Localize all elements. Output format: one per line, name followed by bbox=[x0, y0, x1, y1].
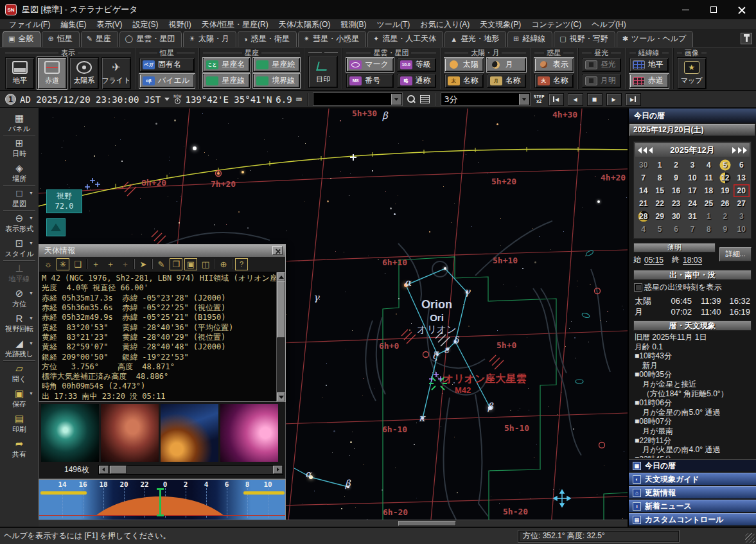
moonlight-button[interactable]: 月明 bbox=[582, 74, 621, 88]
multi-window-icon[interactable]: ❐ bbox=[170, 258, 182, 270]
resize-grip[interactable] bbox=[745, 533, 755, 543]
sidebar-item-save[interactable]: ▣▼保存 bbox=[0, 386, 39, 411]
nebula-thumbnail-4[interactable] bbox=[220, 404, 278, 462]
sidebar-item-share[interactable]: ➦共有 bbox=[0, 436, 39, 461]
info-window-titlebar[interactable]: 天体情報 bbox=[39, 245, 285, 257]
twilight-end-time[interactable]: 18:03 bbox=[683, 256, 702, 265]
panel-tab-news[interactable]: i新着ニュース bbox=[629, 500, 756, 512]
nebula-common-name-button[interactable]: 略通称 bbox=[397, 74, 436, 88]
calendar-day[interactable]: 30 bbox=[635, 159, 651, 171]
scroll-thumb[interactable] bbox=[277, 281, 285, 338]
prev-year-button[interactable] bbox=[638, 147, 647, 154]
panel-tab-custom-control[interactable]: ▤カスタムコントロール bbox=[629, 513, 756, 525]
photometry-icon[interactable]: ☼ bbox=[42, 258, 55, 270]
separator[interactable] bbox=[86, 259, 87, 269]
calendar-day[interactable]: 14 bbox=[635, 184, 651, 197]
menu-item[interactable]: 設定(S) bbox=[127, 19, 163, 30]
split-panel-icon[interactable]: ◫ bbox=[199, 258, 212, 270]
moon-name-button[interactable]: 月名称 bbox=[487, 74, 526, 88]
menu-item[interactable]: 表示(V) bbox=[91, 19, 127, 30]
tab-sun-moon[interactable]: ☀太陽・月 bbox=[183, 31, 236, 47]
edit-icon[interactable]: ✎ bbox=[155, 258, 168, 270]
search-dropdown-button[interactable] bbox=[391, 94, 401, 105]
time-step-dropdown-button[interactable] bbox=[519, 94, 529, 105]
constellation-names-button[interactable]: こと星座名 bbox=[203, 58, 250, 72]
horizontal-grid-button[interactable]: 地平 bbox=[629, 58, 669, 72]
altitude-timeline[interactable]: 14161820220246810 bbox=[39, 479, 286, 520]
landmark-button[interactable]: 目印 bbox=[308, 56, 338, 88]
coordinates-display[interactable]: 139°42'E 35°41'N bbox=[186, 94, 272, 105]
datetime-display[interactable]: AD 2025/12/20 23:30:00 JST bbox=[20, 94, 161, 105]
calendar-day[interactable]: 19 bbox=[717, 184, 733, 197]
sidebar-item-light-trails[interactable]: ◢▼光跡残し bbox=[0, 336, 39, 361]
panel-tab-phenomena-guide[interactable]: ◐天文現象ガイド bbox=[629, 473, 756, 485]
sidebar-item-direction[interactable]: ⊘▼方位 bbox=[0, 286, 39, 311]
current-date-bar[interactable]: 2025年12月20日(土) bbox=[629, 124, 755, 136]
menu-item[interactable]: 天文現象(P) bbox=[475, 19, 526, 30]
pin-button[interactable] bbox=[741, 33, 752, 44]
fov-indicator[interactable]: 視野72.0 bbox=[46, 189, 82, 213]
help-icon[interactable]: ? bbox=[235, 258, 248, 270]
calendar-day[interactable]: 4 bbox=[701, 159, 717, 171]
tab-tools-help[interactable]: ✱ツール・ヘルプ bbox=[617, 31, 694, 47]
scroll-thumb[interactable] bbox=[398, 521, 456, 526]
play-forward-button[interactable]: ▶ bbox=[606, 93, 622, 106]
calendar-day[interactable]: 8 bbox=[701, 223, 717, 236]
calendar-day[interactable]: 9 bbox=[668, 171, 684, 184]
panel-tab-update-info[interactable]: ⌂更新情報 bbox=[629, 486, 756, 498]
calendar-day[interactable]: 7 bbox=[635, 171, 651, 184]
detail-button[interactable]: 詳細... bbox=[719, 247, 752, 261]
keyboard-icon[interactable]: ⌨ bbox=[296, 94, 302, 105]
next-month-button[interactable] bbox=[732, 147, 736, 154]
separator[interactable] bbox=[232, 259, 233, 269]
tab-comets-asteroids[interactable]: ✴彗星・小惑星 bbox=[298, 31, 366, 47]
constellation-art-button[interactable]: 星座絵 bbox=[253, 58, 300, 72]
calendar-day[interactable]: 30 bbox=[668, 210, 684, 223]
scroll-down-button[interactable] bbox=[277, 392, 285, 401]
object-list-icon[interactable] bbox=[420, 95, 430, 103]
calendar-day[interactable]: 21 bbox=[635, 197, 651, 210]
calendar-day[interactable]: 22 bbox=[651, 197, 667, 210]
current-time-marker[interactable] bbox=[159, 488, 161, 516]
calendar-day[interactable]: 2 bbox=[668, 159, 684, 171]
sidebar-item-fov-rotation[interactable]: R▼視野回転 bbox=[0, 311, 39, 336]
tab-meteors-artificial[interactable]: ✦流星・人工天体 bbox=[367, 31, 443, 47]
calendar-day[interactable]: 7 bbox=[684, 223, 700, 236]
calendar-day[interactable]: 29 bbox=[651, 210, 667, 223]
sidebar-item-print[interactable]: ▤印刷 bbox=[0, 411, 39, 436]
calendar-day[interactable]: 28 bbox=[635, 210, 651, 223]
calendar-day[interactable]: 24 bbox=[684, 197, 700, 210]
panel-tab-today-calendar[interactable]: ▦今日の暦 bbox=[629, 459, 756, 471]
now-button[interactable]: NOW bbox=[173, 94, 181, 104]
datetime-dropdown-icon[interactable] bbox=[164, 98, 170, 101]
minimize-button[interactable] bbox=[671, 0, 699, 19]
map-image-button[interactable]: マップ bbox=[677, 57, 707, 89]
calendar-day[interactable]: 17 bbox=[684, 184, 700, 197]
calendar-day[interactable]: 5 bbox=[651, 223, 667, 236]
equatorial-view-button[interactable]: 赤道 bbox=[37, 57, 67, 89]
calendar-day[interactable]: 31 bbox=[684, 210, 700, 223]
calendar-day[interactable]: 10 bbox=[734, 223, 750, 236]
sidebar-item-horizon[interactable]: ⊥地平線 bbox=[0, 261, 39, 286]
menu-item[interactable]: ファイル(F) bbox=[4, 19, 55, 30]
info-close-button[interactable] bbox=[272, 246, 283, 255]
calendar-day[interactable]: 13 bbox=[734, 171, 750, 184]
image-panel-icon[interactable]: ▣ bbox=[184, 258, 197, 270]
calendar-day[interactable]: 6 bbox=[734, 159, 750, 171]
calendar-day[interactable]: 9 bbox=[717, 223, 733, 236]
scroll-up-button[interactable] bbox=[277, 272, 285, 281]
chart-mark-icon[interactable]: ✳ bbox=[57, 258, 69, 270]
skip-to-start-button[interactable]: ◀ bbox=[549, 93, 564, 106]
menu-item[interactable]: 天体/太陽系(O) bbox=[274, 19, 336, 30]
sidebar-item-datetime[interactable]: ⊞日時 bbox=[0, 136, 39, 161]
nebula-mark-button[interactable]: マーク bbox=[346, 58, 394, 72]
step-multiplier-button[interactable]: STEPx2 bbox=[534, 95, 545, 104]
calendar-day[interactable]: 26 bbox=[717, 197, 733, 210]
constellation-boundaries-button[interactable]: 境界線 bbox=[253, 74, 300, 88]
info-scrollbar[interactable] bbox=[276, 272, 285, 401]
nebula-magnitude-button[interactable]: 10.0等級 bbox=[397, 58, 436, 72]
moon-button[interactable]: 月 bbox=[487, 58, 526, 72]
limiting-magnitude-display[interactable]: 6.9 bbox=[276, 94, 292, 105]
tab-fov-photo[interactable]: ▢視野・写野 bbox=[554, 31, 615, 47]
calendar-day[interactable]: 20 bbox=[734, 184, 750, 197]
